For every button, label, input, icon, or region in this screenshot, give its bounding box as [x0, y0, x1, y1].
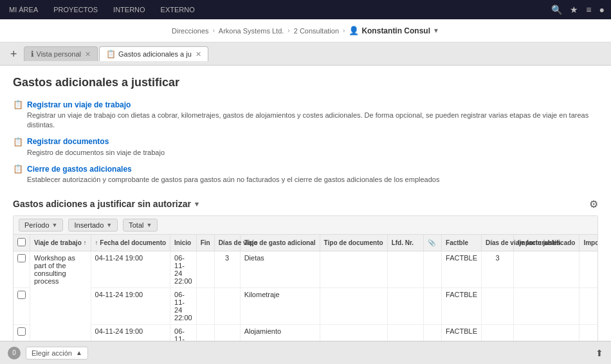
top-nav-externo[interactable]: EXTERNO [158, 6, 197, 14]
row-factble-1: FACTBLE [442, 287, 482, 324]
user-icon[interactable]: ● [599, 5, 605, 15]
breadcrumb-user[interactable]: 👤 Konstantin Consul ▼ [349, 26, 439, 35]
row-inicio-0: 06-11-24 22:00 [170, 251, 197, 287]
chevron-down-icon: ▼ [433, 27, 439, 34]
row-importe-justificado-0 [513, 251, 579, 287]
row-fin-1 [196, 287, 214, 324]
cierre-gastos-icon: 📋 [13, 164, 23, 174]
row-tipo-doc-1 [320, 287, 387, 324]
tab-gastos-icon: 📋 [106, 50, 116, 59]
select-all-checkbox[interactable] [17, 238, 26, 246]
table-row: 04-11-24 19:00 06-11-24 22:00 Kilometraj… [14, 287, 598, 324]
menu-icon[interactable]: ≡ [586, 5, 591, 15]
th-fecha-doc[interactable]: ↑ Fecha del documento [91, 235, 170, 251]
tab-vista-personal-label: Vista personal [37, 50, 82, 58]
tab-gastos-adicionales-close[interactable]: ✕ [196, 50, 201, 59]
row-tipo-gasto-0: Dietas [240, 251, 320, 287]
action-viaje-trabajo: 📋 Registrar un viaje de trabajo Registra… [13, 100, 598, 131]
action-viaje-trabajo-link[interactable]: 📋 Registrar un viaje de trabajo [13, 100, 598, 109]
top-nav-mi-area[interactable]: MI ÁREA [6, 6, 41, 14]
th-fin[interactable]: Fin [196, 235, 214, 251]
row-importe-abonar-0: 56,00 € [579, 251, 598, 287]
breadcrumb-consultation[interactable]: 2 Consultation [294, 27, 339, 35]
col-periodo-chevron: ▼ [52, 222, 58, 228]
selected-count-badge: 0 [8, 347, 21, 359]
action-registrar-documentos: 📋 Registrar documentos Registro de docum… [13, 137, 598, 158]
viaje-trabajo-label: Registrar un viaje de trabajo [27, 100, 131, 109]
main-content: Gastos adicionales a justificar 📋 Regist… [0, 66, 611, 364]
col-total-button[interactable]: Total ▼ [123, 219, 158, 232]
th-inicio[interactable]: Inicio [170, 235, 197, 251]
bottom-left: 0 Elegir acción ▲ [8, 347, 88, 359]
action-cierre-gastos-link[interactable]: 📋 Cierre de gastos adicionales [13, 164, 598, 174]
row-checkbox-1[interactable] [17, 291, 26, 299]
row-lfd-nr-1 [387, 287, 423, 324]
breadcrumb-arkona[interactable]: Arkona Systems Ltd. [219, 27, 284, 35]
col-insertado-button[interactable]: Insertado ▼ [68, 219, 118, 232]
th-viaje-trabajo[interactable]: Viaje de trabajo ↑ [30, 235, 91, 251]
th-importe-justificado: Importe justificado [513, 235, 579, 251]
action-select-chevron: ▲ [76, 349, 82, 356]
col-total-chevron: ▼ [147, 222, 152, 228]
bottom-right: ⬆ [596, 348, 603, 358]
user-person-icon: 👤 [349, 26, 359, 35]
row-fin-0 [196, 251, 214, 287]
viaje-trabajo-icon: 📋 [13, 100, 23, 109]
viaje-trabajo-desc: Registrar un viaje de trabajo con dietas… [13, 111, 598, 131]
action-registrar-documentos-link[interactable]: 📋 Registrar documentos [13, 137, 598, 147]
col-periodo-button[interactable]: Período ▼ [19, 219, 63, 232]
search-icon[interactable]: 🔍 [551, 5, 562, 15]
row-dias-facturables-1 [481, 287, 513, 324]
registrar-documentos-icon: 📋 [13, 137, 23, 147]
row-dias-viaje-0: 3 [214, 251, 240, 287]
col-insertado-chevron: ▼ [106, 222, 112, 228]
filter-settings-icon[interactable]: ⚙ [589, 198, 598, 210]
action-select-button[interactable]: Elegir acción ▲ [26, 347, 88, 359]
breadcrumb-direcciones[interactable]: Direcciones [172, 27, 208, 35]
registrar-documentos-label: Registrar documentos [27, 137, 109, 146]
section-title-toggle[interactable]: Gastos adiciones a justificar sin autori… [13, 199, 199, 209]
row-fecha-doc-0: 04-11-24 19:00 [91, 251, 170, 287]
export-icon[interactable]: ⬆ [596, 348, 603, 358]
section-header: Gastos adiciones a justificar sin autori… [13, 198, 598, 210]
top-nav-proyectos[interactable]: PROYECTOS [51, 6, 100, 14]
tab-vista-personal[interactable]: ℹ Vista personal ✕ [24, 46, 98, 61]
table-row: Workshop as part of the consulting proce… [14, 251, 598, 287]
row-tipo-doc-0 [320, 251, 387, 287]
add-tab-button[interactable]: + [5, 48, 23, 60]
row-lfd-nr-0 [387, 251, 423, 287]
th-lfd-nr: Lfd. Nr. [387, 235, 423, 251]
row-checkbox-2[interactable] [17, 327, 26, 336]
row-factble-0: FACTBLE [442, 251, 482, 287]
th-dias-viaje: Días de viaje [214, 235, 240, 251]
row-inicio-1: 06-11-24 22:00 [170, 287, 197, 324]
row-checkbox-cell-0 [14, 251, 30, 287]
th-tipo-gasto: Tipo de gasto adicional [240, 235, 320, 251]
th-dias-facturables: Días de viaje facturables [481, 235, 513, 251]
row-fecha-doc-1: 04-11-24 19:00 [91, 287, 170, 324]
tab-vista-personal-close[interactable]: ✕ [85, 50, 91, 59]
row-checkbox-cell-1 [14, 287, 30, 324]
col-total-label: Total [129, 221, 143, 229]
cierre-gastos-label: Cierre de gastos adicionales [27, 165, 132, 174]
top-nav-interno[interactable]: INTERNO [111, 6, 148, 14]
th-tipo-doc: Tipo de documento [320, 235, 387, 251]
th-factble: Factble [442, 235, 482, 251]
breadcrumb-username: Konstantin Consul [361, 26, 430, 35]
row-checkbox-0[interactable] [17, 254, 26, 262]
row-importe-abonar-1: 150,00 € [579, 287, 598, 324]
th-attach: 📎 [424, 235, 442, 251]
star-icon[interactable]: ★ [570, 5, 578, 15]
row-dias-facturables-0: 3 [481, 251, 513, 287]
row-importe-justificado-1 [513, 287, 579, 324]
top-nav: MI ÁREA PROYECTOS INTERNO EXTERNO 🔍 ★ ≡ … [0, 0, 611, 19]
tab-gastos-adicionales[interactable]: 📋 Gastos adicionales a ju ✕ [99, 46, 208, 61]
th-check [14, 235, 30, 251]
tabs-bar: + ℹ Vista personal ✕ 📋 Gastos adicionale… [0, 42, 611, 66]
th-importe-abonar: Importe a abonar (proporcionale) [579, 235, 598, 251]
page-title: Gastos adicionales a justificar [13, 76, 598, 89]
cierre-gastos-desc: Establecer autorización y comprobante de… [13, 175, 598, 185]
col-insertado-label: Insertado [74, 221, 104, 229]
action-cierre-gastos: 📋 Cierre de gastos adicionales Establece… [13, 164, 598, 185]
row-tipo-gasto-1: Kilometraje [240, 287, 320, 324]
